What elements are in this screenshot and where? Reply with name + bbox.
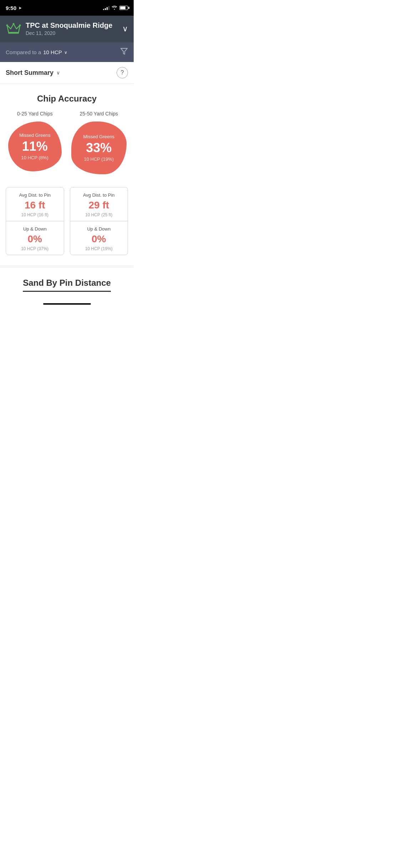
blob-1: Missed Greens 11% 10 HCP (8%) [8, 122, 62, 171]
range-label-1: 0-25 Yard Chips [17, 111, 53, 117]
course-date: Dec 11, 2020 [26, 30, 112, 36]
summary-row[interactable]: Short Summary ∨ ? [0, 62, 134, 84]
dist-value-2: 29 ft [74, 200, 124, 211]
filter-bar: Compared to a 10 HCP ∨ [0, 42, 134, 62]
filter-label-group[interactable]: Compared to a 10 HCP ∨ [6, 49, 67, 55]
dist-label-2: Avg Dist. to Pin [74, 192, 124, 198]
status-time: 9:50 ➤ [6, 5, 21, 11]
wifi-icon [112, 5, 117, 11]
updown-hcp-2: 10 HCP (19%) [74, 246, 124, 251]
compared-label: Compared to a [6, 49, 41, 55]
summary-chevron-icon[interactable]: ∨ [56, 70, 60, 76]
blob-label-2: Missed Greens [83, 134, 114, 139]
filter-funnel-icon[interactable] [120, 47, 128, 57]
svg-marker-4 [121, 48, 127, 55]
updown-hcp-1: 10 HCP (37%) [10, 246, 60, 251]
course-header[interactable]: TPC at Snoqualmie Ridge Dec 11, 2020 ∨ [0, 16, 134, 42]
blob-2: Missed Greens 33% 10 HCP (19%) [71, 122, 127, 174]
location-arrow-icon: ➤ [19, 6, 21, 10]
blob-value-2: 33% [86, 141, 112, 155]
chip-col-1: 0-25 Yard Chips Missed Greens 11% 10 HCP… [6, 111, 64, 180]
status-icons [103, 5, 128, 11]
blob-value-1: 11% [22, 139, 48, 154]
header-title-group: TPC at Snoqualmie Ridge Dec 11, 2020 [26, 21, 112, 36]
signal-icon [103, 6, 109, 10]
status-bar: 9:50 ➤ [0, 0, 134, 16]
blob-label-1: Missed Greens [19, 133, 50, 138]
chip-accuracy-title: Chip Accuracy [0, 84, 134, 111]
header-left: TPC at Snoqualmie Ridge Dec 11, 2020 [6, 21, 112, 36]
summary-label-group[interactable]: Short Summary ∨ [6, 69, 60, 77]
svg-point-2 [19, 24, 21, 26]
dist-hcp-1: 10 HCP (16 ft) [10, 212, 60, 217]
svg-rect-3 [8, 32, 19, 34]
time-display: 9:50 [6, 5, 16, 11]
nav-indicator [43, 303, 91, 305]
stat-card-2-updown: Up & Down 0% 10 HCP (19%) [70, 221, 128, 255]
blob-hcp-1: 10 HCP (8%) [21, 155, 48, 160]
chips-blobs-grid: 0-25 Yard Chips Missed Greens 11% 10 HCP… [0, 111, 134, 187]
chip-accuracy-section: Chip Accuracy 0-25 Yard Chips Missed Gre… [0, 84, 134, 265]
updown-value-1: 0% [10, 234, 60, 245]
svg-point-0 [13, 23, 15, 25]
stat-cards-grid: Avg Dist. to Pin 16 ft 10 HCP (16 ft) Up… [0, 187, 134, 265]
stat-card-1-dist: Avg Dist. to Pin 16 ft 10 HCP (16 ft) [6, 187, 64, 221]
help-button[interactable]: ? [117, 67, 128, 78]
hcp-chevron-icon[interactable]: ∨ [64, 50, 67, 55]
stat-card-2: Avg Dist. to Pin 29 ft 10 HCP (25 ft) Up… [70, 187, 128, 255]
main-content: Chip Accuracy 0-25 Yard Chips Missed Gre… [0, 84, 134, 298]
blob-hcp-2: 10 HCP (19%) [84, 156, 114, 162]
header-chevron-icon[interactable]: ∨ [122, 24, 128, 33]
dist-hcp-2: 10 HCP (25 ft) [74, 212, 124, 217]
dist-label-1: Avg Dist. to Pin [10, 192, 60, 198]
sand-section: Sand By Pin Distance [0, 268, 134, 298]
updown-label-1: Up & Down [10, 226, 60, 232]
svg-point-1 [6, 24, 8, 26]
dist-value-1: 16 ft [10, 200, 60, 211]
help-icon: ? [121, 69, 124, 76]
stat-card-2-dist: Avg Dist. to Pin 29 ft 10 HCP (25 ft) [70, 187, 128, 221]
chip-col-2: 25-50 Yard Chips Missed Greens 33% 10 HC… [70, 111, 128, 180]
sand-title: Sand By Pin Distance [23, 278, 111, 292]
updown-value-2: 0% [74, 234, 124, 245]
range-label-2: 25-50 Yard Chips [79, 111, 118, 117]
hcp-value: 10 HCP [43, 49, 62, 55]
summary-text: Short Summary [6, 69, 53, 77]
stat-card-1-updown: Up & Down 0% 10 HCP (37%) [6, 221, 64, 255]
course-title: TPC at Snoqualmie Ridge [26, 21, 112, 30]
stat-card-1: Avg Dist. to Pin 16 ft 10 HCP (16 ft) Up… [6, 187, 64, 255]
updown-label-2: Up & Down [74, 226, 124, 232]
crown-icon [6, 22, 21, 35]
battery-icon [119, 6, 128, 10]
